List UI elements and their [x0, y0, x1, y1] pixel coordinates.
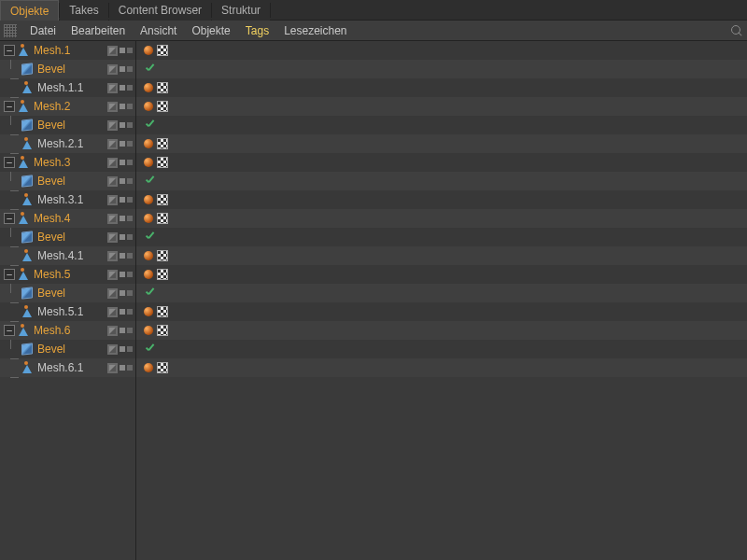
visibility-dots[interactable] — [120, 346, 133, 352]
layer-toggle[interactable] — [107, 326, 118, 336]
phong-tag-icon[interactable] — [144, 363, 153, 372]
phong-tag-icon[interactable] — [144, 251, 153, 260]
object-name[interactable]: Bevel — [37, 231, 65, 244]
expand-toggle[interactable]: – — [4, 325, 15, 336]
visibility-dots[interactable] — [120, 160, 133, 165]
hierarchy-row[interactable]: Bevel — [0, 172, 135, 190]
object-name[interactable]: Bevel — [37, 287, 65, 300]
uvw-tag-icon[interactable] — [157, 213, 168, 224]
hierarchy-row[interactable]: –Mesh.4 — [0, 209, 135, 228]
phong-tag-icon[interactable] — [144, 195, 153, 204]
uvw-tag-icon[interactable] — [157, 250, 168, 261]
layer-toggle[interactable] — [107, 46, 118, 56]
uvw-tag-icon[interactable] — [157, 325, 168, 336]
layer-toggle[interactable] — [107, 176, 118, 187]
uvw-tag-icon[interactable] — [157, 138, 168, 149]
expand-toggle[interactable]: – — [4, 157, 15, 168]
visibility-dots[interactable] — [120, 365, 133, 371]
enable-check-icon[interactable] — [144, 343, 157, 356]
layer-toggle[interactable] — [107, 195, 118, 205]
enable-check-icon[interactable] — [144, 63, 157, 76]
phong-tag-icon[interactable] — [144, 102, 153, 111]
expand-toggle[interactable]: – — [4, 213, 15, 224]
menu-lesezeichen[interactable]: Lesezeichen — [276, 21, 354, 40]
uvw-tag-icon[interactable] — [157, 101, 168, 112]
visibility-dots[interactable] — [120, 48, 133, 53]
visibility-dots[interactable] — [120, 85, 133, 91]
object-name[interactable]: Mesh.2.1 — [37, 137, 83, 150]
hierarchy-row[interactable]: Mesh.6.1 — [0, 358, 135, 377]
menu-datei[interactable]: Datei — [22, 21, 63, 40]
layer-toggle[interactable] — [107, 232, 118, 243]
hierarchy-row[interactable]: –Mesh.6 — [0, 321, 135, 340]
object-name[interactable]: Mesh.2 — [34, 100, 70, 113]
hierarchy-row[interactable]: Bevel — [0, 116, 135, 134]
object-name[interactable]: Bevel — [37, 63, 65, 76]
hierarchy-row[interactable]: Mesh.5.1 — [0, 302, 135, 321]
hierarchy-row[interactable]: Bevel — [0, 228, 135, 246]
enable-check-icon[interactable] — [144, 175, 157, 188]
uvw-tag-icon[interactable] — [157, 362, 168, 373]
layer-toggle[interactable] — [107, 139, 118, 149]
visibility-dots[interactable] — [120, 328, 133, 333]
object-name[interactable]: Mesh.3 — [34, 156, 70, 169]
phong-tag-icon[interactable] — [144, 214, 153, 223]
phong-tag-icon[interactable] — [144, 46, 153, 55]
layer-toggle[interactable] — [107, 158, 118, 168]
layer-toggle[interactable] — [107, 288, 118, 299]
phong-tag-icon[interactable] — [144, 326, 153, 335]
uvw-tag-icon[interactable] — [157, 45, 168, 56]
object-name[interactable]: Mesh.5.1 — [37, 305, 83, 318]
hierarchy-row[interactable]: –Mesh.5 — [0, 265, 135, 284]
layer-toggle[interactable] — [107, 344, 118, 355]
phong-tag-icon[interactable] — [144, 270, 153, 279]
visibility-dots[interactable] — [120, 197, 133, 203]
tab-objekte[interactable]: Objekte — [0, 0, 59, 21]
visibility-dots[interactable] — [120, 141, 133, 147]
object-name[interactable]: Mesh.5 — [34, 268, 70, 281]
phong-tag-icon[interactable] — [144, 158, 153, 167]
visibility-dots[interactable] — [120, 234, 133, 240]
object-name[interactable]: Mesh.3.1 — [37, 193, 83, 206]
phong-tag-icon[interactable] — [144, 307, 153, 316]
phong-tag-icon[interactable] — [144, 83, 153, 92]
hierarchy-row[interactable]: Mesh.3.1 — [0, 190, 135, 209]
visibility-dots[interactable] — [120, 253, 133, 259]
visibility-dots[interactable] — [120, 216, 133, 221]
uvw-tag-icon[interactable] — [157, 194, 168, 205]
enable-check-icon[interactable] — [144, 119, 157, 132]
menu-objekte[interactable]: Objekte — [184, 21, 237, 40]
uvw-tag-icon[interactable] — [157, 306, 168, 317]
layer-toggle[interactable] — [107, 363, 118, 373]
visibility-dots[interactable] — [120, 272, 133, 277]
tab-takes[interactable]: Takes — [60, 0, 107, 21]
expand-toggle[interactable]: – — [4, 45, 15, 56]
object-name[interactable]: Mesh.6.1 — [37, 361, 83, 374]
layer-toggle[interactable] — [107, 270, 118, 280]
object-name[interactable]: Bevel — [37, 175, 65, 188]
visibility-dots[interactable] — [120, 104, 133, 109]
layer-toggle[interactable] — [107, 120, 118, 131]
hierarchy-row[interactable]: –Mesh.1 — [0, 41, 135, 60]
visibility-dots[interactable] — [120, 66, 133, 72]
uvw-tag-icon[interactable] — [157, 82, 168, 93]
layer-toggle[interactable] — [107, 307, 118, 317]
layer-toggle[interactable] — [107, 83, 118, 93]
object-name[interactable]: Mesh.1 — [34, 44, 70, 57]
uvw-tag-icon[interactable] — [157, 157, 168, 168]
layer-toggle[interactable] — [107, 102, 118, 112]
object-name[interactable]: Mesh.6 — [34, 324, 70, 337]
visibility-dots[interactable] — [120, 309, 133, 315]
visibility-dots[interactable] — [120, 178, 133, 184]
layer-toggle[interactable] — [107, 64, 118, 75]
hierarchy-row[interactable]: Bevel — [0, 60, 135, 78]
hierarchy-row[interactable]: Mesh.4.1 — [0, 246, 135, 265]
hierarchy-row[interactable]: Bevel — [0, 284, 135, 302]
menu-bearbeiten[interactable]: Bearbeiten — [63, 21, 133, 40]
hierarchy-row[interactable]: –Mesh.2 — [0, 97, 135, 116]
visibility-dots[interactable] — [120, 290, 133, 296]
uvw-tag-icon[interactable] — [157, 269, 168, 280]
object-name[interactable]: Mesh.4.1 — [37, 249, 83, 262]
enable-check-icon[interactable] — [144, 231, 157, 244]
layer-toggle[interactable] — [107, 214, 118, 224]
